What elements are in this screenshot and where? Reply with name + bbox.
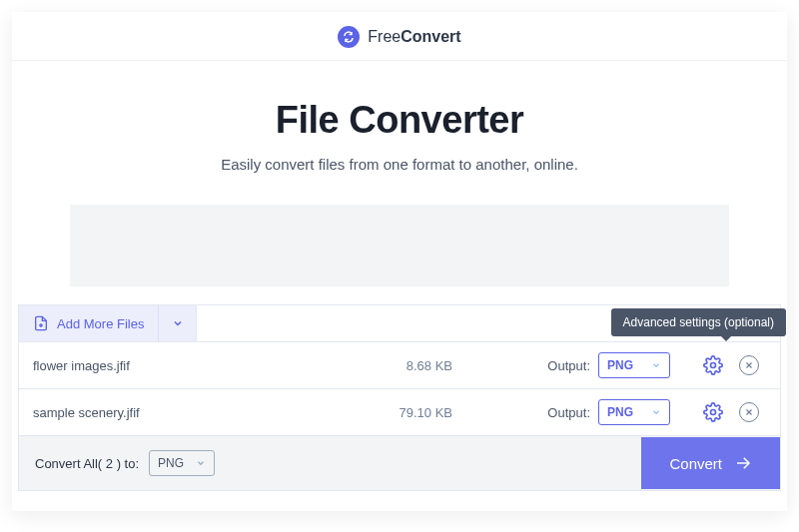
gear-icon — [703, 355, 723, 375]
output-label: Output: — [538, 405, 598, 420]
format-value: PNG — [607, 358, 633, 372]
hero: File Converter Easily convert files from… — [12, 61, 787, 183]
svg-point-2 — [711, 363, 716, 368]
footer-bar: Convert All( 2 ) to: PNG Convert — [18, 436, 781, 491]
convert-button[interactable]: Convert — [641, 437, 780, 489]
chevron-down-icon — [651, 360, 661, 370]
chevron-down-icon — [196, 458, 206, 468]
file-name: sample scenery.jfif — [33, 405, 333, 420]
file-plus-icon — [33, 315, 49, 331]
svg-point-5 — [711, 410, 716, 415]
brand-text: FreeConvert — [368, 28, 460, 46]
format-select[interactable]: PNG — [598, 399, 670, 425]
close-icon — [739, 355, 759, 375]
chevron-down-icon — [172, 317, 184, 329]
add-more-files-button[interactable]: Add More Files — [19, 305, 159, 341]
file-name: flower images.jfif — [33, 358, 333, 373]
file-size: 79.10 KB — [333, 405, 452, 420]
remove-button[interactable] — [738, 401, 760, 423]
chevron-down-icon — [651, 407, 661, 417]
add-more-files-label: Add More Files — [57, 316, 144, 331]
topbar: FreeConvert — [12, 12, 787, 61]
file-row: sample scenery.jfif 79.10 KB Output: PNG — [18, 389, 781, 436]
tooltip: Advanced settings (optional) — [611, 308, 786, 336]
page-title: File Converter — [12, 99, 787, 142]
convert-all-label: Convert All( 2 ) to: — [35, 456, 139, 471]
gear-icon — [703, 402, 723, 422]
file-size: 8.68 KB — [333, 358, 452, 373]
close-icon — [739, 402, 759, 422]
convert-all-format-select[interactable]: PNG — [149, 450, 215, 476]
logo-icon — [338, 26, 360, 48]
page-subtitle: Easily convert files from one format to … — [12, 156, 787, 173]
remove-button[interactable] — [738, 354, 760, 376]
format-select[interactable]: PNG — [598, 352, 670, 378]
format-value: PNG — [607, 405, 633, 419]
settings-button[interactable] — [702, 401, 724, 423]
output-label: Output: — [538, 358, 598, 373]
settings-button[interactable] — [702, 354, 724, 376]
format-value: PNG — [158, 456, 184, 470]
arrow-right-icon — [734, 454, 752, 472]
ad-slot — [70, 205, 729, 286]
add-more-files-dropdown[interactable] — [159, 305, 197, 341]
file-row: Advanced settings (optional) flower imag… — [18, 342, 781, 389]
file-panel: Add More Files Advanced settings (option… — [12, 304, 787, 491]
convert-button-label: Convert — [669, 455, 722, 472]
